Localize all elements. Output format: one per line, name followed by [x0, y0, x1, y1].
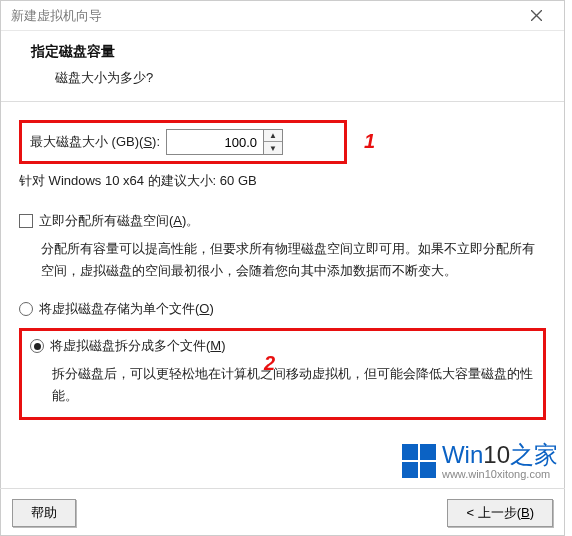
split-multiple-label: 将虚拟磁盘拆分成多个文件(M) [50, 337, 226, 355]
store-single-radio[interactable] [19, 302, 33, 316]
split-multiple-row[interactable]: 将虚拟磁盘拆分成多个文件(M) [30, 337, 535, 355]
titlebar: 新建虚拟机向导 [1, 1, 564, 31]
disk-size-input[interactable] [167, 130, 263, 154]
windows-icon [402, 444, 436, 478]
allocate-now-desc: 分配所有容量可以提高性能，但要求所有物理磁盘空间立即可用。如果不立即分配所有空间… [19, 238, 546, 282]
split-multiple-radio[interactable] [30, 339, 44, 353]
content-area: 最大磁盘大小 (GB)(S): ▲ ▼ 针对 Windows 10 x64 的建… [1, 102, 564, 430]
close-button[interactable] [516, 2, 556, 30]
watermark-logo: Win10之家 www.win10xitong.com [402, 442, 558, 480]
back-button[interactable]: < 上一步(B) [447, 499, 553, 527]
annotation-2: 2 [264, 352, 275, 375]
spinner-up-button[interactable]: ▲ [264, 130, 282, 142]
annotation-1: 1 [364, 130, 375, 153]
split-multiple-block: 将虚拟磁盘拆分成多个文件(M) 拆分磁盘后，可以更轻松地在计算机之间移动虚拟机，… [19, 328, 546, 420]
wizard-window: 新建虚拟机向导 指定磁盘容量 磁盘大小为多少? 最大磁盘大小 (GB)(S): … [0, 0, 565, 536]
allocate-now-checkbox[interactable] [19, 214, 33, 228]
logo-text: Win10之家 www.win10xitong.com [442, 442, 558, 480]
window-title: 新建虚拟机向导 [11, 7, 102, 25]
allocate-now-label: 立即分配所有磁盘空间(A)。 [39, 212, 199, 230]
footer-right: < 上一步(B) [447, 499, 553, 527]
page-title: 指定磁盘容量 [31, 43, 540, 61]
recommended-size-label: 针对 Windows 10 x64 的建议大小: 60 GB [19, 172, 546, 190]
store-single-label: 将虚拟磁盘存储为单个文件(O) [39, 300, 214, 318]
store-single-row[interactable]: 将虚拟磁盘存储为单个文件(O) [19, 300, 546, 318]
spinner-buttons: ▲ ▼ [263, 130, 282, 154]
help-button[interactable]: 帮助 [12, 499, 76, 527]
footer: 帮助 < 上一步(B) [0, 488, 565, 536]
disk-size-label: 最大磁盘大小 (GB)(S): [30, 133, 160, 151]
spinner-down-button[interactable]: ▼ [264, 142, 282, 154]
split-multiple-desc: 拆分磁盘后，可以更轻松地在计算机之间移动虚拟机，但可能会降低大容量磁盘的性能。 [30, 363, 535, 407]
disk-size-spinner[interactable]: ▲ ▼ [166, 129, 283, 155]
page-subtitle: 磁盘大小为多少? [31, 69, 540, 87]
wizard-header: 指定磁盘容量 磁盘大小为多少? [1, 31, 564, 102]
allocate-now-row[interactable]: 立即分配所有磁盘空间(A)。 [19, 212, 546, 230]
disk-size-row: 最大磁盘大小 (GB)(S): ▲ ▼ [19, 120, 347, 164]
close-icon [531, 10, 542, 21]
